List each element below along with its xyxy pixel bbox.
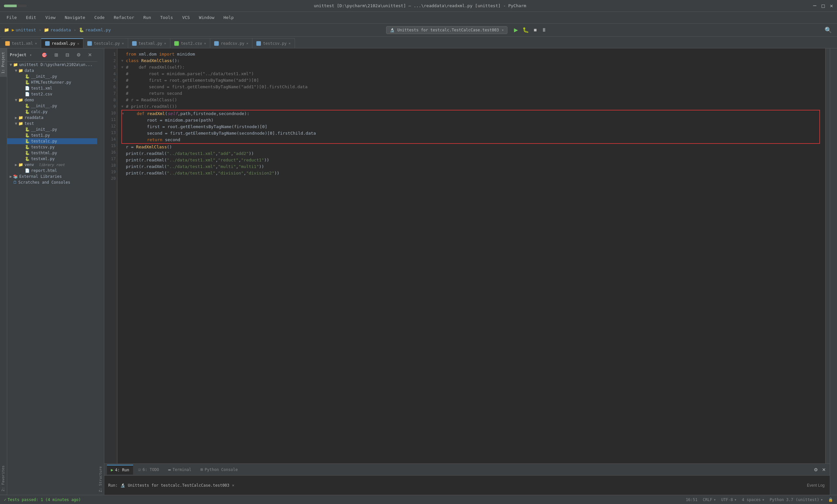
py-file-icon	[214, 41, 219, 46]
breadcrumb-project[interactable]: ▶ unittest	[12, 28, 36, 32]
sidebar-tab-favorites[interactable]: 2: Favorites	[0, 462, 7, 495]
tree-testcsv-py[interactable]: 🐍 testcsv.py	[7, 144, 97, 150]
breadcrumb-file[interactable]: 🐍 readxml.py	[79, 28, 111, 32]
run-config-selector[interactable]: 🔬 Unittests for testcalc.TestCalcCase.te…	[386, 26, 507, 34]
close-sidebar-button[interactable]: ✕	[85, 50, 94, 59]
library-icon: 📚	[13, 174, 18, 179]
tree-external-libraries[interactable]: ▶ 📚 External Libraries	[7, 174, 97, 179]
run-content: Run: 🔬 Unittests for testcalc.TestCalcCa…	[104, 475, 830, 495]
code-line-19: print(r.readXml( "../data/test1.xml" , "…	[121, 170, 821, 177]
tree-htmltestrunner[interactable]: 🐍 HTMLTestRunner.py	[7, 79, 97, 85]
code-line-13: second = first.getElementsByTagName(seco…	[122, 130, 819, 137]
breadcrumb-folder[interactable]: 📁 readdata	[44, 28, 71, 32]
tree-init-py-data[interactable]: 🐍 __init__.py	[7, 74, 97, 79]
check-icon: ✓	[4, 498, 6, 502]
menu-refactor[interactable]: Refactor	[110, 14, 138, 21]
line-ending[interactable]: CRLF ▾	[703, 498, 716, 502]
tab-test1-xml[interactable]: test1.xml ✕	[1, 38, 41, 48]
menu-bar: File Edit View Navigate Code Refactor Ru…	[0, 12, 837, 23]
tree-demo-folder[interactable]: ▼ 📁 demo	[7, 97, 97, 103]
tab-close[interactable]: ✕	[164, 41, 166, 45]
bottom-settings-button[interactable]: ⚙	[813, 466, 819, 473]
tab-readxml-py[interactable]: readxml.py ✕	[41, 38, 83, 48]
window-controls[interactable]: ─ □ ✕	[813, 3, 833, 9]
menu-edit[interactable]: Edit	[22, 14, 40, 21]
interpreter-arrow: ▾	[821, 498, 823, 502]
menu-navigate[interactable]: Navigate	[61, 14, 89, 21]
tree-testhtml-py[interactable]: 🐍 testhtml.py	[7, 150, 97, 156]
tree-unittest-root[interactable]: ▼ 📁 unittest D:\pycharm\2102a\un...	[7, 62, 97, 68]
run-tab-close[interactable]: ×	[232, 483, 234, 488]
tree-init-py-test[interactable]: 🐍 __init__.py	[7, 126, 97, 132]
encoding[interactable]: UTF-8 ▾	[721, 498, 737, 502]
tab-testcsv-py[interactable]: testcsv.py ✕	[252, 38, 295, 48]
tab-test2-csv[interactable]: test2.csv ✕	[170, 38, 210, 48]
tree-testxml-py[interactable]: 🐍 testxml.py	[7, 156, 97, 162]
cursor-position[interactable]: 16:51	[685, 498, 697, 502]
code-line-20	[121, 177, 821, 183]
minimize-button[interactable]: ─	[813, 3, 816, 9]
tab-testcalc-py[interactable]: testcalc.py ✕	[83, 38, 128, 48]
structure-panel-tab[interactable]: Z: Structure	[97, 48, 104, 495]
todo-tab-label: 6: TODO	[143, 467, 159, 472]
terminal-tab[interactable]: ▬ Terminal	[164, 465, 196, 474]
indent-setting[interactable]: 4 spaces ▾	[742, 498, 764, 502]
run-config-icon: 🔬	[390, 28, 395, 32]
tab-close[interactable]: ✕	[204, 41, 206, 45]
collapse-button[interactable]: ⊟	[63, 50, 72, 59]
tab-close[interactable]: ✕	[77, 42, 79, 46]
menu-view[interactable]: View	[41, 14, 59, 21]
tree-init-py-demo[interactable]: 🐍 __init__.py	[7, 103, 97, 109]
menu-tools[interactable]: Tools	[156, 14, 177, 21]
tree-data-folder[interactable]: ▼ 📁 data	[7, 68, 97, 74]
py-file-icon: 🐍	[25, 157, 30, 161]
menu-help[interactable]: Help	[220, 14, 238, 21]
run-tab[interactable]: ▶ 4: Run	[107, 465, 133, 474]
tree-test-folder[interactable]: ▼ 📁 test	[7, 121, 97, 126]
bottom-close-button[interactable]: ✕	[821, 466, 827, 473]
code-editor[interactable]: from xml.dom import minidom ▼ class Read…	[118, 48, 825, 464]
event-log-button[interactable]: Event Log	[806, 482, 826, 489]
tab-readcsv-py[interactable]: readcsv.py ✕	[210, 38, 252, 48]
debug-button[interactable]: 🐛	[521, 25, 530, 34]
tree-calc-py[interactable]: 🐍 calc.py	[7, 109, 97, 115]
menu-vcs[interactable]: VCS	[178, 14, 194, 21]
tab-close[interactable]: ✕	[35, 41, 37, 45]
tab-label: test2.csv	[181, 41, 202, 46]
tree-report-html[interactable]: 📄 report.html	[7, 168, 97, 174]
close-button[interactable]: ✕	[830, 3, 833, 9]
maximize-button[interactable]: □	[822, 3, 825, 9]
settings-button[interactable]: ⚙	[74, 50, 83, 59]
right-scrollbar[interactable]	[825, 48, 830, 464]
python-console-tab[interactable]: ⊞ Python Console	[196, 465, 242, 474]
tree-venv-folder[interactable]: ▶ 📁 venv library root	[7, 162, 97, 168]
todo-tab[interactable]: ☑ 6: TODO	[135, 465, 163, 474]
menu-window[interactable]: Window	[195, 14, 218, 21]
sidebar-tab-project[interactable]: 1: Project	[0, 48, 7, 77]
tree-test2-csv[interactable]: 📄 test2.csv	[7, 91, 97, 97]
code-container: 1 2 3 4 5 6 7 8 9 10 11 12 13 14 15 16 1	[104, 48, 830, 464]
tree-testcalc-py[interactable]: 🐍 testcalc.py	[7, 138, 97, 144]
stop-button[interactable]: ■	[532, 25, 538, 34]
tab-close[interactable]: ✕	[122, 41, 124, 45]
tree-test1-py[interactable]: 🐍 test1.py	[7, 132, 97, 138]
py-file-icon: 🐍	[25, 74, 30, 79]
tree-scratches[interactable]: 🗒 Scratches and Consoles	[7, 179, 97, 185]
tab-close[interactable]: ✕	[289, 41, 291, 45]
file-icon: 🐍	[79, 28, 84, 32]
search-everywhere-button[interactable]: 🔍	[823, 25, 833, 35]
tab-testxml-py[interactable]: testxml.py ✕	[128, 38, 170, 48]
menu-file[interactable]: File	[3, 14, 21, 21]
tree-test1-xml[interactable]: 📄 test1.xml	[7, 85, 97, 91]
run-button[interactable]: ▶	[513, 25, 519, 34]
menu-code[interactable]: Code	[91, 14, 109, 21]
code-line-6: # second = first.getElementsByTagName("a…	[121, 84, 821, 90]
pause-button[interactable]: ⏸	[540, 25, 548, 34]
line-numbers: 1 2 3 4 5 6 7 8 9 10 11 12 13 14 15 16 1	[104, 48, 118, 464]
tree-readdata-folder[interactable]: ▶ 📁 readdata	[7, 115, 97, 121]
tab-close[interactable]: ✕	[246, 41, 248, 45]
expand-button[interactable]: ⊞	[52, 50, 61, 59]
locate-file-button[interactable]: 🎯	[39, 50, 50, 59]
menu-run[interactable]: Run	[140, 14, 155, 21]
python-interpreter[interactable]: Python 3.7 (unittest) ▾	[770, 498, 823, 502]
